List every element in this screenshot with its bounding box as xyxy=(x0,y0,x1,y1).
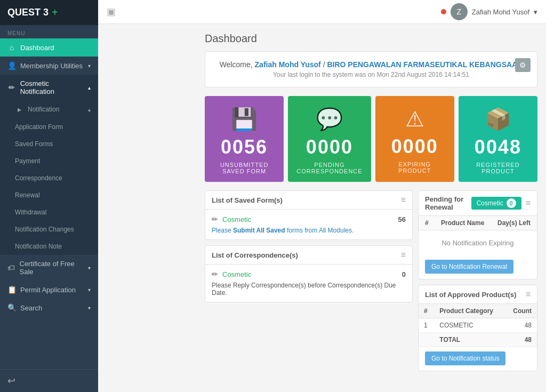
pen-icon-saved: ✏ xyxy=(212,215,218,223)
sidebar-label-cosmetic: Cosmetic Notification xyxy=(20,79,84,95)
sidebar-item-notif-changes[interactable]: Notification Changes xyxy=(0,221,98,238)
logo-plus: + xyxy=(52,6,58,19)
correspondence-count: 0 xyxy=(402,270,406,278)
welcome-banner: ⚙ Welcome, Zafiah Mohd Yusof / BIRO PENG… xyxy=(205,51,537,87)
approved-header: List of Approved Product(s) ≡ xyxy=(419,285,537,304)
chevron-down-icon: ▾ xyxy=(88,63,91,69)
pen-icon: ✏ xyxy=(7,83,16,92)
menu-label: MENU xyxy=(0,25,98,38)
menu-icon-approved[interactable]: ≡ xyxy=(526,290,531,299)
topbar: ▣ Z Zafiah Mohd Yusof ▾ xyxy=(98,0,546,24)
sidebar-label-renewal: Renewal xyxy=(15,191,40,199)
renewal-tab[interactable]: Cosmetic 0 xyxy=(471,197,521,210)
stat-card-unsubmitted: 💾 0056 UNSUBMITTED SAVED FORM xyxy=(205,96,284,182)
renewal-tab-label: Cosmetic xyxy=(477,199,503,207)
sidebar-label-withdrawal: Withdrawal xyxy=(15,209,46,216)
approved-panel: List of Approved Product(s) ≡ # Product … xyxy=(418,285,537,371)
sidebar-item-notif-note[interactable]: Notification Note xyxy=(0,238,98,255)
saved-forms-count: 56 xyxy=(398,215,406,223)
sidebar-label-correspondence: Correspondence xyxy=(15,174,62,182)
stat-number-expiring: 0000 xyxy=(384,135,446,158)
sidebar-item-membership[interactable]: 👤 Membership Utilities ▾ xyxy=(0,57,98,75)
sidebar-label-notif-changes: Notification Changes xyxy=(15,226,74,233)
logo-text: QUEST 3 xyxy=(7,7,49,18)
box-icon: 📦 xyxy=(467,107,529,132)
renewal-tab-count: 0 xyxy=(507,198,516,208)
row-count: 48 xyxy=(505,318,537,333)
chevron-up-icon: ▴ xyxy=(88,85,91,91)
home-icon: ⌂ xyxy=(7,43,16,52)
settings-button[interactable]: ⚙ xyxy=(515,58,531,72)
sidebar-logo: QUEST 3 + xyxy=(0,0,98,25)
approved-col-count: Count xyxy=(505,304,537,318)
sidebar-item-permit-app[interactable]: 📋 Permit Application ▾ xyxy=(0,281,98,299)
cosmetic-link-saved[interactable]: Cosmetic xyxy=(222,215,251,223)
sidebar-item-search[interactable]: 🔍 Search ▾ xyxy=(0,299,98,317)
sidebar-label-saved-forms: Saved Forms xyxy=(15,140,53,148)
cert-icon: 🏷 xyxy=(7,263,15,272)
status-button[interactable]: Go to Notification status xyxy=(425,351,505,365)
correspondence-note: Please Reply Correspondence(s) before Co… xyxy=(212,282,406,297)
welcome-username: Zafiah Mohd Yusof xyxy=(255,60,321,69)
menu-icon-correspondence[interactable]: ≡ xyxy=(401,250,406,260)
sidebar-label-dashboard: Dashboard xyxy=(20,44,54,52)
sidebar-item-withdrawal[interactable]: Withdrawal xyxy=(0,204,98,221)
stat-card-pending-corr: 💬 0000 PENDING CORRESPONDENCE xyxy=(288,96,371,182)
topbar-user[interactable]: Z Zafiah Mohd Yusof ▾ xyxy=(441,3,537,20)
sidebar-item-notification[interactable]: ▸ Notification ▴ xyxy=(0,100,98,118)
topbar-left: ▣ xyxy=(107,6,116,18)
note-prefix-saved: Please xyxy=(212,227,233,234)
sidebar: QUEST 3 + MENU ⌂ Dashboard 👤 Membership … xyxy=(0,0,98,392)
renewal-panel: Pending for Renewal Cosmetic 0 ≡ # Produ… xyxy=(418,190,537,279)
panels-row: List of Saved Form(s) ≡ ✏ Cosmetic 56 Pl… xyxy=(205,190,537,371)
user-dropdown-arrow[interactable]: ▾ xyxy=(534,8,537,16)
cosmetic-link-corr[interactable]: Cosmetic xyxy=(222,270,251,278)
stat-card-registered: 📦 0048 REGISTERED PRODUCT xyxy=(459,96,537,182)
sidebar-label-notification: Notification xyxy=(28,106,59,113)
logout-icon[interactable]: ↩ xyxy=(7,375,15,386)
welcome-prefix: Welcome, xyxy=(220,60,255,69)
sidebar-item-correspondence[interactable]: Correspondence xyxy=(0,170,98,187)
sidebar-item-app-form[interactable]: Application Form xyxy=(0,118,98,135)
chevron-up-icon-2: ▴ xyxy=(88,107,91,113)
renewal-button[interactable]: Go to Notification Renewal xyxy=(425,260,513,274)
renewal-no-data: No Notification Expiring xyxy=(419,230,537,255)
save-icon: 💾 xyxy=(213,107,275,132)
saved-forms-title: List of Saved Form(s) xyxy=(212,196,283,204)
stat-number-unsubmitted: 0056 xyxy=(213,136,275,158)
menu-icon-renewal[interactable]: ≡ xyxy=(526,198,531,208)
user-icon: 👤 xyxy=(7,61,16,70)
warning-icon: ⚠ xyxy=(384,107,446,131)
welcome-sep: / xyxy=(321,60,327,69)
saved-forms-body: ✏ Cosmetic 56 Please Submit All Saved fo… xyxy=(205,210,412,239)
chevron-right-icon-3: ▾ xyxy=(88,305,91,311)
monitor-icon: ▣ xyxy=(107,6,116,18)
stat-number-registered: 0048 xyxy=(467,136,529,158)
row-category: COSMETIC xyxy=(434,318,505,333)
total-empty xyxy=(419,333,434,347)
notification-dot xyxy=(441,9,446,14)
username-label: Zafiah Mohd Yusof xyxy=(472,8,529,16)
saved-forms-panel: List of Saved Form(s) ≡ ✏ Cosmetic 56 Pl… xyxy=(205,190,413,240)
menu-icon-saved[interactable]: ≡ xyxy=(401,195,406,205)
sidebar-item-saved-forms[interactable]: Saved Forms xyxy=(0,135,98,153)
bullet-icon: ▸ xyxy=(15,105,23,114)
sidebar-item-cosmetic[interactable]: ✏ Cosmetic Notification ▴ xyxy=(0,75,98,100)
renewal-title: Pending for Renewal xyxy=(425,195,471,211)
sidebar-label-notif-note: Notification Note xyxy=(15,243,62,250)
chevron-right-icon: ▾ xyxy=(88,265,91,271)
sidebar-item-renewal[interactable]: Renewal xyxy=(0,187,98,204)
stat-label-registered: REGISTERED PRODUCT xyxy=(467,162,529,174)
col-days-left: Day(s) Left xyxy=(488,219,531,227)
correspondence-title: List of Correspondence(s) xyxy=(212,251,298,259)
approved-col-hash: # xyxy=(419,304,434,318)
chevron-right-icon-2: ▾ xyxy=(88,287,91,293)
table-row-total: TOTAL 48 xyxy=(419,333,537,347)
sidebar-item-payment[interactable]: Payment xyxy=(0,153,98,170)
sidebar-item-cert-free-sale[interactable]: 🏷 Certificate of Free Sale ▾ xyxy=(0,255,98,281)
approved-table: # Product Category Count 1 COSMETIC 48 xyxy=(419,304,537,347)
sidebar-item-dashboard[interactable]: ⌂ Dashboard xyxy=(0,38,98,57)
stats-row: 💾 0056 UNSUBMITTED SAVED FORM 💬 0000 PEN… xyxy=(205,96,537,182)
sidebar-sub-cosmetic: ▸ Notification ▴ Application Form Saved … xyxy=(0,100,98,255)
approved-title: List of Approved Product(s) xyxy=(425,291,516,299)
